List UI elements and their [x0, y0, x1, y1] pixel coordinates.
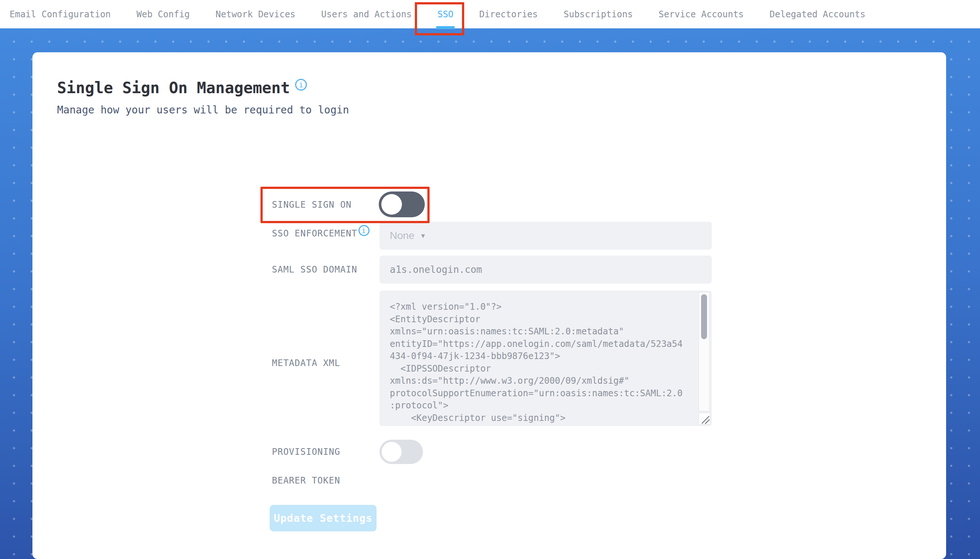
saml-sso-domain-label: SAML SSO DOMAIN: [272, 265, 358, 275]
tab-label: Delegated Accounts: [770, 9, 866, 20]
tab-email-configuration[interactable]: Email Configuration: [10, 0, 111, 28]
page-subtitle: Manage how your users will be required t…: [57, 104, 349, 116]
tab-label: Users and Actions: [321, 9, 412, 20]
saml-sso-domain-value: a1s.onelogin.com: [390, 264, 482, 275]
sso-enforcement-label: SSO ENFORCEMENTi: [272, 228, 369, 239]
saml-sso-domain-field[interactable]: a1s.onelogin.com: [379, 256, 712, 284]
sso-enforcement-value: None: [390, 230, 414, 241]
nav-tabs: Email ConfigurationWeb ConfigNetwork Dev…: [10, 0, 866, 28]
tab-sso[interactable]: SSO: [437, 0, 453, 28]
tab-network-devices[interactable]: Network Devices: [215, 0, 295, 28]
toggle-knob: [381, 194, 402, 215]
single-sign-on-toggle[interactable]: [379, 192, 425, 217]
page-title: Single Sign On Managementi: [57, 79, 307, 97]
active-tab-underline: [436, 26, 455, 29]
metadata-xml-content: <?xml version="1.0"?> <EntityDescriptor …: [390, 301, 684, 426]
info-icon[interactable]: i: [295, 79, 307, 91]
resize-grip-icon: [700, 415, 710, 424]
tab-directories[interactable]: Directories: [479, 0, 538, 28]
update-settings-button[interactable]: Update Settings: [270, 505, 377, 531]
tab-label: SSO: [437, 9, 453, 20]
sso-enforcement-select[interactable]: None ▼: [379, 222, 712, 250]
tab-subscriptions[interactable]: Subscriptions: [564, 0, 633, 28]
tab-label: Network Devices: [215, 9, 295, 20]
top-nav: Email ConfigurationWeb ConfigNetwork Dev…: [0, 0, 980, 28]
info-icon[interactable]: i: [358, 225, 369, 236]
chevron-down-icon: ▼: [421, 232, 425, 239]
provisioning-label: PROVISIONING: [272, 447, 340, 457]
sso-settings-card: Single Sign On Managementi Manage how yo…: [32, 52, 946, 559]
tab-label: Directories: [479, 9, 538, 20]
scrollbar-thumb[interactable]: [701, 294, 707, 339]
tab-service-accounts[interactable]: Service Accounts: [659, 0, 744, 28]
metadata-xml-textarea[interactable]: <?xml version="1.0"?> <EntityDescriptor …: [379, 291, 712, 426]
tab-users-and-actions[interactable]: Users and Actions: [321, 0, 412, 28]
tab-label: Email Configuration: [10, 9, 111, 20]
tab-web-config[interactable]: Web Config: [137, 0, 190, 28]
metadata-xml-label: METADATA XML: [272, 358, 340, 368]
resize-handle[interactable]: [699, 413, 710, 425]
provisioning-toggle[interactable]: [379, 440, 423, 464]
toggle-knob: [382, 442, 402, 462]
single-sign-on-label: SINGLE SIGN ON: [272, 200, 351, 210]
tab-label: Web Config: [137, 9, 190, 20]
tab-delegated-accounts[interactable]: Delegated Accounts: [770, 0, 866, 28]
page-title-text: Single Sign On Management: [57, 79, 290, 97]
tab-label: Subscriptions: [564, 9, 633, 20]
bearer-token-label: BEARER TOKEN: [272, 475, 340, 486]
sso-enforcement-label-text: SSO ENFORCEMENT: [272, 228, 358, 239]
tab-label: Service Accounts: [659, 9, 744, 20]
